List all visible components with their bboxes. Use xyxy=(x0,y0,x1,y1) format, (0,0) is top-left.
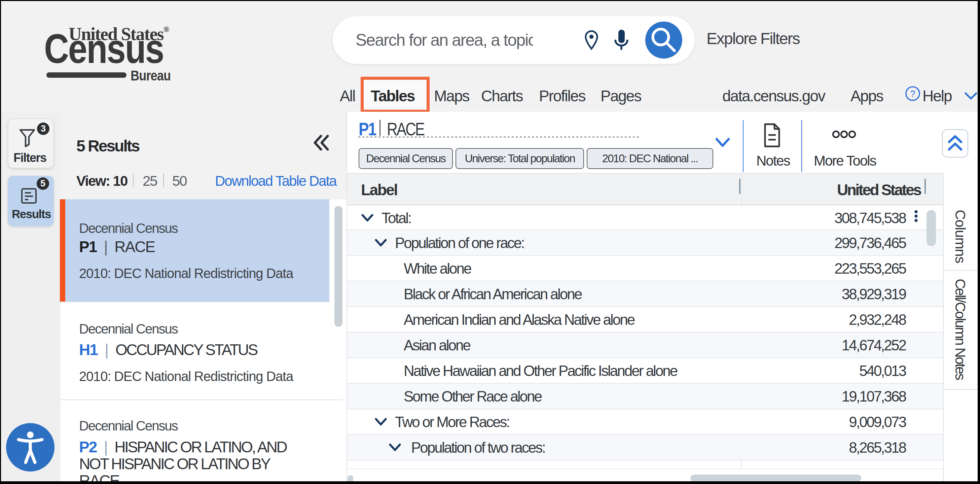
svg-text:?: ? xyxy=(910,89,915,99)
